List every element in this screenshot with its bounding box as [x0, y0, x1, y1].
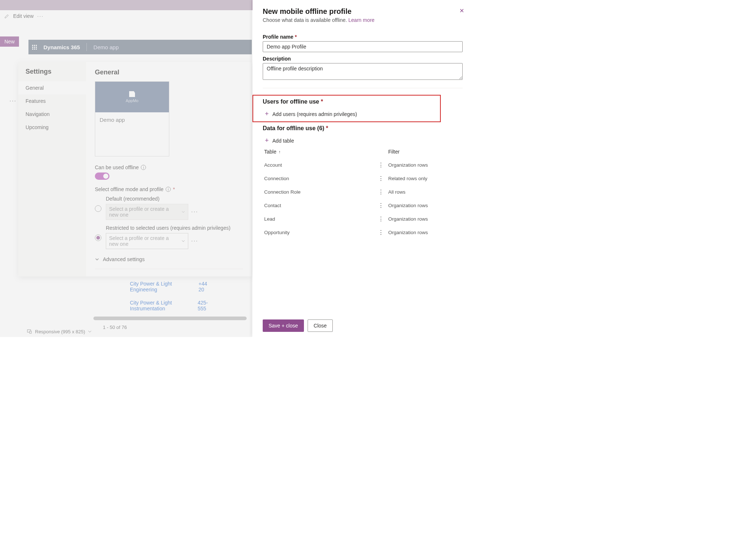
row-more-icon[interactable]: ⋮: [374, 164, 388, 166]
table-row[interactable]: Lead⋮Organization rows: [263, 212, 463, 226]
row-filter: Organization rows: [388, 230, 461, 235]
table-header: Table ↑ Filter: [263, 145, 463, 158]
row-name: Account: [264, 162, 374, 168]
row-filter: Related rows only: [388, 176, 461, 181]
learn-more-link[interactable]: Learn more: [348, 17, 375, 23]
close-icon[interactable]: ✕: [459, 7, 464, 14]
divider: [263, 88, 463, 88]
row-more-icon[interactable]: ⋮: [374, 218, 388, 220]
description-input[interactable]: Offline profile description: [263, 63, 463, 80]
row-filter: Organization rows: [388, 203, 461, 208]
profile-name-input[interactable]: [263, 41, 463, 52]
table-rows-container: Account⋮Organization rowsConnection⋮Rela…: [263, 158, 463, 239]
row-name: Connection: [264, 176, 374, 181]
users-heading: Users for offline use *: [263, 98, 439, 105]
row-filter: Organization rows: [388, 162, 461, 168]
row-name: Opportunity: [264, 230, 374, 235]
add-users-button[interactable]: + Add users (requires admin privileges): [263, 108, 439, 119]
table-row[interactable]: Opportunity⋮Organization rows: [263, 226, 463, 239]
row-name: Connection Role: [264, 189, 374, 195]
row-more-icon[interactable]: ⋮: [374, 205, 388, 206]
row-filter: Organization rows: [388, 216, 461, 222]
add-table-button[interactable]: + Add table: [263, 135, 463, 145]
panel-subtitle: Choose what data is available offline. L…: [263, 17, 463, 23]
table-row[interactable]: Contact⋮Organization rows: [263, 199, 463, 212]
description-label: Description: [263, 56, 463, 62]
sort-arrow-icon: ↑: [278, 150, 281, 154]
row-name: Contact: [264, 203, 374, 208]
row-more-icon[interactable]: ⋮: [374, 232, 388, 233]
row-more-icon[interactable]: ⋮: [374, 178, 388, 179]
row-more-icon[interactable]: ⋮: [374, 191, 388, 193]
data-heading: Data for offline use (6) *: [263, 125, 463, 132]
offline-profile-panel: New mobile offline profile Choose what d…: [252, 0, 473, 337]
table-row[interactable]: Connection Role⋮All rows: [263, 185, 463, 199]
row-filter: All rows: [388, 189, 461, 195]
row-name: Lead: [264, 216, 374, 222]
plus-icon: +: [265, 137, 269, 144]
panel-body: Profile name * Description Offline profi…: [252, 27, 473, 314]
panel-title: New mobile offline profile: [263, 7, 463, 16]
dim-overlay: [0, 0, 252, 337]
col-table-header[interactable]: Table ↑: [264, 149, 374, 155]
panel-footer: Save + close Close: [252, 314, 473, 337]
plus-icon: +: [265, 110, 269, 118]
col-filter-header[interactable]: Filter: [388, 149, 461, 155]
panel-header: New mobile offline profile Choose what d…: [252, 0, 473, 27]
table-row[interactable]: Account⋮Organization rows: [263, 158, 463, 172]
highlighted-users-section: Users for offline use * + Add users (req…: [252, 95, 441, 122]
close-button[interactable]: Close: [308, 319, 333, 332]
table-row[interactable]: Connection⋮Related rows only: [263, 172, 463, 185]
profile-name-label: Profile name *: [263, 34, 463, 40]
save-close-button[interactable]: Save + close: [263, 319, 304, 332]
